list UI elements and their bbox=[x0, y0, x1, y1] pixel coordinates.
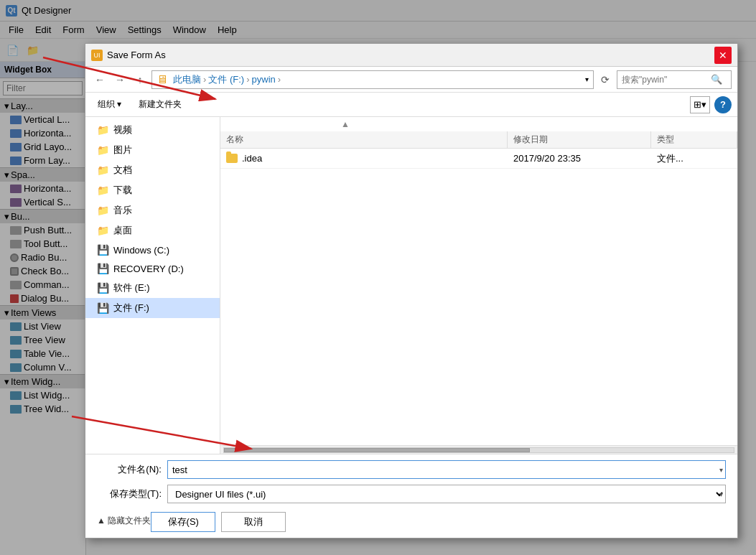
col-header-type[interactable]: 类型 bbox=[651, 131, 737, 148]
col-header-date[interactable]: 修改日期 bbox=[508, 131, 651, 148]
cancel-button[interactable]: 取消 bbox=[221, 512, 286, 532]
file-name: .idea bbox=[242, 153, 262, 164]
scrollbar-track bbox=[223, 447, 734, 453]
table-row[interactable]: .idea 2017/9/20 23:35 文件... bbox=[220, 149, 737, 169]
filetype-row: 保存类型(T): Designer UI files (*.ui) ▾ bbox=[97, 485, 726, 503]
folder-label: 文档 bbox=[113, 164, 132, 177]
breadcrumb-separator: › bbox=[278, 74, 281, 85]
scrollbar-thumb[interactable] bbox=[224, 448, 530, 452]
file-type-cell: 文件... bbox=[651, 149, 737, 168]
back-button[interactable]: ← bbox=[91, 71, 108, 88]
search-icon: 🔍 bbox=[711, 74, 722, 85]
nav-folder-files-f[interactable]: 💾 文件 (F:) bbox=[85, 298, 220, 318]
search-input[interactable] bbox=[622, 75, 708, 85]
nav-folder-downloads[interactable]: 📁 下载 bbox=[85, 180, 220, 200]
nav-folder-video[interactable]: 📁 视频 bbox=[85, 120, 220, 140]
dialog-close-button[interactable]: ✕ bbox=[714, 47, 732, 64]
filetype-select-wrap: Designer UI files (*.ui) ▾ bbox=[167, 485, 726, 503]
help-button[interactable]: ? bbox=[714, 96, 732, 113]
hide-folder-button[interactable]: ▲ 隐藏文件夹 bbox=[97, 515, 151, 527]
computer-icon: 🖥 bbox=[157, 73, 168, 86]
filetype-select[interactable]: Designer UI files (*.ui) bbox=[167, 485, 726, 503]
folder-icon bbox=[226, 154, 238, 163]
folder-icon: 📁 bbox=[97, 225, 109, 236]
breadcrumb-pywin[interactable]: pywin bbox=[252, 74, 276, 85]
drive-icon: 💾 bbox=[97, 244, 109, 256]
view-button[interactable]: ⊞▾ bbox=[690, 96, 710, 113]
dialog-bottom: 文件名(N): test ▾ 保存类型(T): Designer UI file… bbox=[85, 454, 737, 538]
dialog-content: 📁 视频 📁 图片 📁 文档 📁 下载 📁 音乐 bbox=[85, 117, 737, 454]
search-box: 🔍 bbox=[617, 70, 732, 89]
new-folder-button[interactable]: 新建文件夹 bbox=[132, 96, 188, 113]
main-window: Qt Qt Designer File Edit Form View Setti… bbox=[0, 0, 756, 555]
filetype-label: 保存类型(T): bbox=[97, 488, 162, 500]
breadcrumb-f-drive[interactable]: 文件 (F:) bbox=[208, 73, 244, 86]
refresh-button[interactable]: ⟳ bbox=[597, 71, 614, 88]
folder-icon: 📁 bbox=[97, 164, 109, 176]
filename-label: 文件名(N): bbox=[97, 463, 162, 476]
up-button[interactable]: ↑ bbox=[131, 71, 149, 88]
bottom-actions-row: ▲ 隐藏文件夹 保存(S) 取消 bbox=[97, 509, 726, 532]
nav-panel: 📁 视频 📁 图片 📁 文档 📁 下载 📁 音乐 bbox=[85, 117, 220, 454]
breadcrumb-computer[interactable]: 此电脑 bbox=[173, 73, 201, 86]
organize-button[interactable]: 组织 ▾ bbox=[91, 96, 128, 113]
folder-label: Windows (C:) bbox=[113, 245, 169, 256]
file-name-cell: .idea bbox=[220, 149, 508, 168]
dialog-titlebar: UI Save Form As ✕ bbox=[85, 44, 737, 67]
folder-icon: 📁 bbox=[97, 205, 109, 216]
file-date-cell: 2017/9/20 23:35 bbox=[508, 149, 651, 168]
address-bar: ← → ↑ 🖥 此电脑 › 文件 (F:) › pywin › ▾ ⟳ 🔍 bbox=[85, 67, 737, 93]
dropdown-arrow: ▾ bbox=[701, 99, 706, 110]
save-form-dialog: UI Save Form As ✕ ← → ↑ 🖥 此电脑 › 文件 (F:) … bbox=[85, 43, 738, 538]
folder-icon: 📁 bbox=[97, 185, 109, 196]
breadcrumb-separator: › bbox=[246, 74, 249, 85]
file-list-header: 名称 修改日期 类型 bbox=[220, 131, 737, 149]
breadcrumb-dropdown[interactable]: ▾ bbox=[585, 75, 589, 83]
nav-folder-windows-c[interactable]: 💾 Windows (C:) bbox=[85, 241, 220, 259]
folder-label: 桌面 bbox=[113, 224, 132, 237]
forward-button[interactable]: → bbox=[111, 71, 129, 88]
filename-input[interactable]: test bbox=[167, 460, 726, 479]
horizontal-scrollbar[interactable] bbox=[220, 445, 737, 454]
folder-label: 下载 bbox=[113, 184, 132, 197]
nav-folder-recovery-d[interactable]: 💾 RECOVERY (D:) bbox=[85, 259, 220, 278]
nav-folder-documents[interactable]: 📁 文档 bbox=[85, 160, 220, 180]
dialog-icon: UI bbox=[91, 50, 103, 61]
dialog-title: Save Form As bbox=[107, 50, 714, 60]
view-icon: ⊞ bbox=[694, 99, 701, 110]
file-area: ▲ 名称 修改日期 类型 .idea 2017/9/20 23:35 bbox=[220, 117, 737, 454]
breadcrumb: 🖥 此电脑 › 文件 (F:) › pywin › ▾ bbox=[151, 70, 594, 89]
sort-area: ▲ bbox=[220, 117, 737, 131]
folder-icon: 📁 bbox=[97, 144, 109, 156]
breadcrumb-separator: › bbox=[203, 74, 206, 85]
nav-folder-software-e[interactable]: 💾 软件 (E:) bbox=[85, 278, 220, 298]
file-list-content: .idea 2017/9/20 23:35 文件... bbox=[220, 149, 737, 445]
filename-row: 文件名(N): test ▾ bbox=[97, 460, 726, 479]
folder-label: 图片 bbox=[113, 144, 132, 157]
folder-label: 软件 (E:) bbox=[113, 281, 150, 294]
folder-label: RECOVERY (D:) bbox=[113, 263, 184, 274]
dialog-toolbar: 组织 ▾ 新建文件夹 ⊞▾ ? bbox=[85, 93, 737, 117]
sort-arrow: ▲ bbox=[341, 119, 350, 129]
drive-icon: 💾 bbox=[97, 263, 109, 274]
nav-folder-pictures[interactable]: 📁 图片 bbox=[85, 140, 220, 160]
folder-label: 视频 bbox=[113, 123, 132, 136]
folder-label: 音乐 bbox=[113, 204, 132, 217]
drive-icon: 💾 bbox=[97, 302, 109, 314]
filename-input-wrap: test ▾ bbox=[167, 460, 726, 479]
folder-label: 文件 (F:) bbox=[113, 302, 149, 314]
save-button[interactable]: 保存(S) bbox=[151, 512, 215, 532]
dialog-actions: 保存(S) 取消 bbox=[151, 512, 286, 532]
nav-folder-desktop[interactable]: 📁 桌面 bbox=[85, 220, 220, 241]
drive-icon: 💾 bbox=[97, 282, 109, 294]
nav-folder-music[interactable]: 📁 音乐 bbox=[85, 200, 220, 220]
folder-icon: 📁 bbox=[97, 124, 109, 136]
col-header-name[interactable]: 名称 bbox=[220, 131, 508, 148]
